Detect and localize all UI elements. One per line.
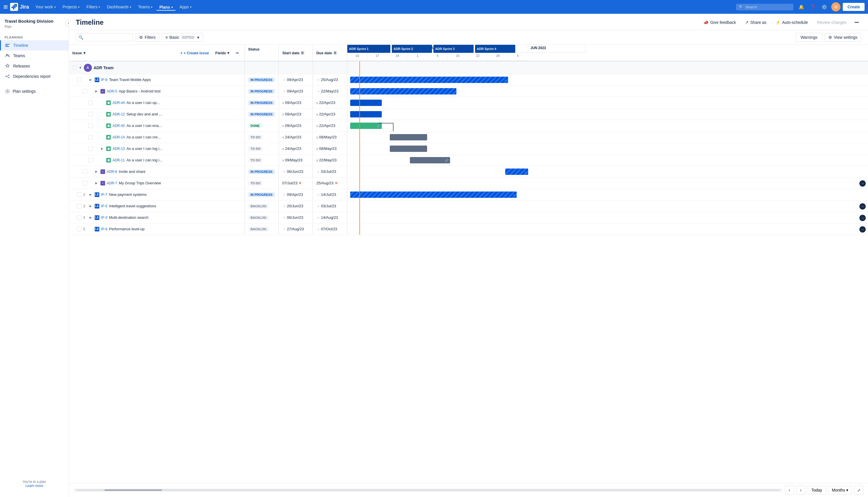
timeline-container[interactable]: Issue ▾ + + Create issue Fields ▾ ⇔ — [69, 45, 868, 483]
issue-key-adr44[interactable]: ADR-44 — [113, 101, 125, 105]
fields-button[interactable]: Fields ▾ — [213, 51, 232, 55]
warnings-button[interactable]: Warnings — [796, 33, 822, 42]
issue-key-ip7[interactable]: IP-7 — [101, 193, 107, 197]
issue-key-adr13[interactable]: ADR-13 — [113, 147, 125, 151]
auto-schedule-button[interactable]: ⚡ Auto-schedule — [772, 18, 811, 26]
col-header-issue[interactable]: Issue ▾ + + Create issue Fields ▾ ⇔ — [69, 45, 245, 61]
create-button[interactable]: Create — [843, 3, 865, 11]
issue-cell-adr44[interactable]: ▶ ◼ ADR-44 As a user I can up... — [69, 97, 245, 108]
issue-key-adr6[interactable]: ADR-6 — [107, 170, 117, 174]
user-avatar[interactable]: U — [831, 2, 840, 12]
basic-filter-button[interactable]: ≡ Basic EDITED ▾ — [162, 33, 203, 42]
months-dropdown[interactable]: Months ▾ — [828, 486, 852, 494]
timeline-table: Issue ▾ + + Create issue Fields ▾ ⇔ — [69, 45, 868, 235]
col-header-start[interactable]: Start date D — [279, 45, 313, 61]
sidebar-item-releases[interactable]: Releases — [0, 61, 69, 71]
nav-projects[interactable]: Projects▾ — [60, 3, 83, 11]
gantt-row-ip8[interactable]: → — [347, 74, 868, 85]
issue-cell-ip5[interactable]: 3 ▶ LE IP-5 Intelligent travel suggestio… — [69, 200, 245, 212]
search-box-filter[interactable]: 🔍 — [76, 33, 133, 41]
nav-plans[interactable]: Plans▾ — [156, 3, 175, 11]
offscreen-arrow-ip3[interactable]: → — [859, 215, 866, 221]
issue-key-ip6[interactable]: IP-6 — [101, 227, 107, 231]
issue-key-ip3[interactable]: IP-3 — [101, 216, 107, 219]
group-checkbox[interactable] — [72, 66, 77, 70]
gantt-row-ip5[interactable]: → — [347, 200, 868, 212]
nav-next-button[interactable]: › — [796, 485, 806, 495]
issue-cell-ip8[interactable]: ▶ LE IP-8 Team Travel Mobile Apps — [69, 74, 245, 85]
issue-cell-adr6[interactable]: ▶ ▪ ADR-6 Invite and share — [69, 166, 245, 177]
offscreen-arrow-adr7[interactable]: → — [859, 180, 866, 187]
settings-icon[interactable]: ⚙️ — [820, 2, 829, 12]
issue-cell-adr11[interactable]: ▶ ◼ ADR-11 As a user I can log i... — [69, 155, 245, 166]
gantt-row-adr5[interactable] — [347, 86, 868, 97]
project-name: Travel Booking Division — [4, 18, 64, 24]
help-icon[interactable]: ❓ — [808, 2, 818, 12]
fullscreen-button[interactable]: ⤢ — [854, 485, 864, 495]
learn-more-link[interactable]: Learn more — [26, 484, 43, 488]
group-expand-icon[interactable]: ▼ — [79, 66, 82, 70]
gantt-row-adr7[interactable]: → — [347, 178, 868, 189]
issue-key-ip8[interactable]: IP-8 — [101, 78, 107, 82]
group-status-cell — [245, 61, 279, 74]
create-issue-button[interactable]: + + Create issue — [178, 51, 211, 55]
issue-key-adr11[interactable]: ADR-11 — [113, 158, 125, 162]
sidebar-item-dependencies[interactable]: Dependencies report — [0, 71, 69, 82]
issue-cell-adr45[interactable]: ▶ ◼ ADR-45 As a user I can ena... — [69, 120, 245, 131]
issue-key-adr12[interactable]: ADR-12 — [113, 112, 125, 116]
issue-cell-adr5[interactable]: ▶ ▪ ADR-5 App Basics - Android test — [69, 86, 245, 97]
search-input[interactable] — [745, 5, 785, 9]
gantt-row-adr14[interactable] — [347, 131, 868, 143]
notifications-icon[interactable]: 🔔 — [797, 2, 806, 12]
nav-prev-button[interactable]: ‹ — [785, 485, 794, 495]
sidebar-item-timeline[interactable]: Timeline — [0, 40, 69, 51]
nav-teams[interactable]: Teams▾ — [135, 3, 155, 11]
issue-key-adr7[interactable]: ADR-7 — [107, 181, 117, 185]
gantt-row-ip6[interactable]: → — [347, 223, 868, 235]
nav-apps[interactable]: Apps▾ — [177, 3, 194, 11]
gantt-row-adr12[interactable] — [347, 109, 868, 120]
nav-filters[interactable]: Filters▾ — [84, 3, 103, 11]
jira-icon — [10, 3, 18, 11]
search-filter-input[interactable] — [85, 35, 131, 40]
gantt-row-adr11[interactable]: 🔗 — [347, 155, 868, 166]
col-header-due[interactable]: Due date D — [313, 45, 347, 61]
gantt-row-ip7[interactable]: → — [347, 189, 868, 200]
issue-cell-adr7[interactable]: ▶ ▪ ADR-7 My Group Trips Overview — [69, 178, 245, 189]
issue-cell-ip3[interactable]: 4 ▶ LE IP-3 Multi-destination search — [69, 212, 245, 223]
issue-cell-ip7[interactable]: 2 ▶ LE IP-7 New payment systems — [69, 189, 245, 200]
issue-cell-adr13[interactable]: ▶ ◼ ADR-13 As a user I can log i... — [69, 143, 245, 154]
search-box[interactable]: 🔍 — [736, 4, 793, 10]
offscreen-arrow-ip5[interactable]: → — [859, 203, 866, 210]
sidebar-item-plan-settings[interactable]: Plan settings — [0, 86, 69, 97]
sidebar-item-teams[interactable]: Teams — [0, 51, 69, 61]
issue-key-adr5[interactable]: ADR-5 — [107, 89, 117, 93]
issue-cell-adr12[interactable]: ▶ ◼ ADR-12 Setup dev and and ... — [69, 109, 245, 120]
gantt-row-adr44[interactable] — [347, 97, 868, 108]
gantt-row-ip3[interactable]: → — [347, 212, 868, 223]
grid-icon[interactable]: ⊞ — [3, 4, 8, 10]
nav-your-work[interactable]: Your work▾ — [32, 3, 59, 11]
give-feedback-button[interactable]: 📣 Give feedback — [700, 18, 739, 26]
view-settings-button[interactable]: ⚙ View settings — [825, 33, 861, 42]
share-as-button[interactable]: ↗ Share as — [742, 18, 770, 26]
issue-key-adr14[interactable]: ADR-14 — [113, 135, 125, 139]
issue-key-ip5[interactable]: IP-5 — [101, 204, 107, 208]
nav-dashboards[interactable]: Dashboards▾ — [104, 3, 134, 11]
expand-all-button[interactable]: ⇔ — [233, 51, 241, 55]
issue-key-adr45[interactable]: ADR-45 — [113, 124, 125, 128]
offscreen-arrow-ip6[interactable]: → — [859, 226, 866, 232]
review-changes-button[interactable]: Review changes — [814, 18, 850, 26]
group-issue-cell[interactable]: ▼ A ADR Team — [69, 61, 245, 74]
gantt-row-adr6[interactable]: → — [347, 166, 868, 177]
expand-ip8[interactable]: ▶ — [89, 78, 93, 81]
checkbox-ip8[interactable] — [77, 77, 82, 82]
today-button[interactable]: Today — [808, 486, 826, 494]
gantt-row-adr45[interactable]: 🔗 — [347, 120, 868, 131]
gantt-row-adr13[interactable] — [347, 143, 868, 154]
more-options-button[interactable]: ••• — [852, 18, 861, 26]
issue-cell-adr14[interactable]: ▶ ◼ ADR-14 As a user I can cre... — [69, 131, 245, 143]
issue-cell-ip6[interactable]: 5 ▶ LE IP-6 Performance level-up — [69, 223, 245, 235]
filters-button[interactable]: ⚙ Filters — [135, 33, 159, 42]
jira-logo[interactable]: Jira — [10, 3, 29, 11]
